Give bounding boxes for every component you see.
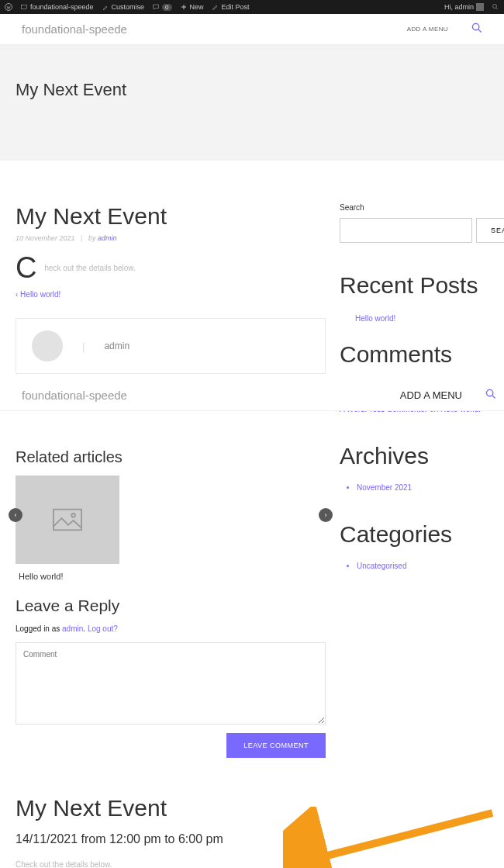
site-title[interactable]: foundational-speede xyxy=(22,22,127,36)
divider: | xyxy=(82,341,85,352)
svg-point-3 xyxy=(472,23,478,29)
admin-new[interactable]: New xyxy=(180,3,204,11)
related-carousel: ‹ Hello world! › xyxy=(16,475,326,581)
post-excerpt: heck out the details below. xyxy=(44,264,135,272)
image-placeholder-icon xyxy=(53,508,82,531)
sidebar-comments-heading: Comments xyxy=(340,341,504,368)
search-icon[interactable] xyxy=(471,22,482,36)
avatar-icon xyxy=(476,3,484,11)
sidebar-search-input[interactable] xyxy=(340,218,472,243)
post-date: 10 November 2021 xyxy=(16,234,75,242)
admin-site-link[interactable]: foundational-speede xyxy=(20,3,94,11)
prev-post-link[interactable]: ‹ Hello world! xyxy=(16,290,326,299)
sidebar-search-button[interactable]: SEARCH xyxy=(476,218,504,243)
event-description: Check out the details below. xyxy=(16,860,326,868)
page-title: My Next Event xyxy=(16,80,488,100)
related-heading: Related articles xyxy=(16,448,326,466)
category-link[interactable]: Uncategorised xyxy=(357,562,406,570)
wp-logo-icon[interactable] xyxy=(5,3,12,11)
carousel-prev-button[interactable]: ‹ xyxy=(9,508,22,522)
add-menu-link[interactable]: ADD A MENU xyxy=(407,26,448,33)
svg-point-6 xyxy=(71,514,75,517)
sidebar-recent-posts-heading: Recent Posts xyxy=(340,272,504,299)
related-item-title[interactable]: Hello world! xyxy=(16,572,326,581)
admin-customise[interactable]: Customise xyxy=(102,3,145,11)
sticky-nav: foundational-speede ADD A MENU xyxy=(0,380,504,411)
sidebar-archives-heading: Archives xyxy=(340,443,504,469)
admin-greeting[interactable]: Hi, admin xyxy=(444,3,484,11)
admin-search-icon[interactable] xyxy=(492,3,499,11)
archive-link[interactable]: November 2021 xyxy=(357,483,412,492)
svg-rect-5 xyxy=(54,510,81,531)
svg-point-4 xyxy=(486,389,492,396)
post-author-link[interactable]: admin xyxy=(98,234,117,242)
author-name: admin xyxy=(104,341,129,351)
sticky-search-icon[interactable] xyxy=(485,389,496,402)
admin-comments[interactable]: 0 xyxy=(152,3,171,11)
wp-admin-bar: foundational-speede Customise 0 New Edit… xyxy=(0,0,504,14)
sticky-site-title[interactable]: foundational-speede xyxy=(22,389,127,402)
related-thumbnail[interactable] xyxy=(16,475,119,564)
list-item: Uncategorised xyxy=(357,562,504,570)
list-item: November 2021 xyxy=(357,483,504,492)
sidebar-categories-heading: Categories xyxy=(340,521,504,548)
svg-point-2 xyxy=(493,5,497,9)
reply-heading: Leave a Reply xyxy=(16,597,326,615)
page-hero: My Next Event xyxy=(0,45,504,161)
event-time: 14/11/2021 from 12:00 pm to 6:00 pm xyxy=(16,832,326,846)
recent-post-link[interactable]: Hello world! xyxy=(355,314,504,323)
author-avatar xyxy=(32,330,63,361)
dropcap: C xyxy=(16,253,36,282)
event-title: My Next Event xyxy=(16,795,326,821)
author-box: | admin xyxy=(16,318,326,374)
admin-edit-post[interactable]: Edit Post xyxy=(212,3,250,11)
primary-nav: foundational-speede ADD A MENU xyxy=(0,14,504,45)
carousel-next-button[interactable]: › xyxy=(319,508,333,522)
sticky-add-menu[interactable]: ADD A MENU xyxy=(400,389,462,401)
svg-rect-1 xyxy=(22,5,27,9)
sidebar-search-label: Search xyxy=(340,203,504,212)
logged-user-link[interactable]: admin xyxy=(62,624,83,633)
post-by-label: by xyxy=(88,234,98,242)
comment-textarea[interactable] xyxy=(16,642,326,724)
post-meta: 10 November 2021 | by admin xyxy=(16,234,326,242)
leave-comment-button[interactable]: LEAVE COMMENT xyxy=(226,733,326,758)
post-title: My Next Event xyxy=(16,203,326,230)
logout-link[interactable]: Log out? xyxy=(88,624,118,633)
logged-in-text: Logged in as admin. Log out? xyxy=(16,624,326,633)
